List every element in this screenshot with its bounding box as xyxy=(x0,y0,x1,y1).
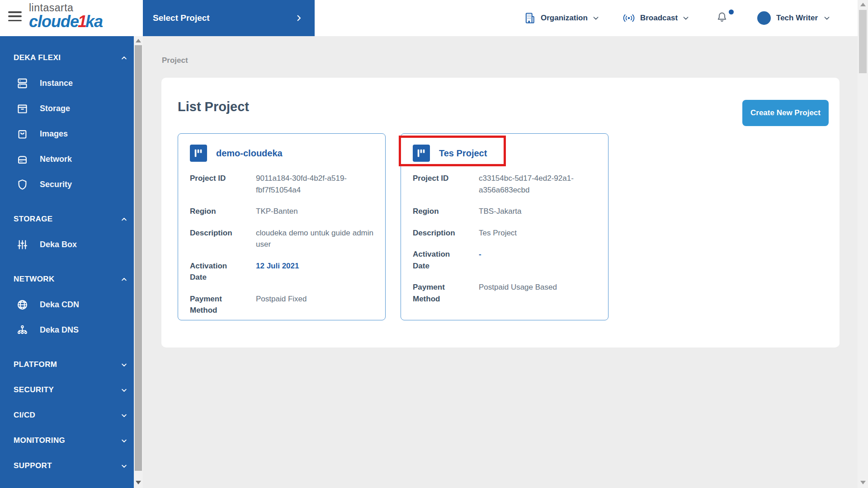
window-scrollbar-thumb[interactable] xyxy=(859,10,867,73)
chevron-down-icon xyxy=(823,14,830,22)
bell-icon xyxy=(716,10,728,24)
field-row: Description Tes Project xyxy=(413,227,596,239)
logo: lintasarta cloude1ka xyxy=(29,3,103,30)
sidebar-item-instance[interactable]: Instance xyxy=(14,70,127,96)
menu-icon[interactable] xyxy=(8,11,22,21)
sidebar-section-support[interactable]: SUPPORT xyxy=(14,453,127,479)
field-row: Region TBS-Jakarta xyxy=(413,206,596,217)
broadcast-menu[interactable]: Broadcast xyxy=(622,12,689,24)
archive-icon xyxy=(15,103,29,115)
sitemap-icon xyxy=(15,324,29,336)
sidebar-section-platform[interactable]: PLATFORM xyxy=(14,352,127,377)
sidebar-item-deka-box[interactable]: Deka Box xyxy=(14,232,127,257)
sidebar-section-deka-flexi[interactable]: DEKA FLEXI xyxy=(14,45,127,70)
chevron-right-icon xyxy=(295,14,303,22)
user-menu[interactable]: Tech Writer xyxy=(757,11,830,25)
avatar xyxy=(757,11,771,25)
field-row: Activation Date - xyxy=(413,249,596,272)
broadcast-icon xyxy=(622,12,636,24)
sidebar-item-deka-dns[interactable]: Deka DNS xyxy=(14,317,127,343)
sidebar-section-cicd[interactable]: CI/CD xyxy=(14,403,127,428)
user-name: Tech Writer xyxy=(776,14,818,23)
sidebar-scrollbar[interactable] xyxy=(134,36,143,488)
chevron-down-icon xyxy=(121,437,127,444)
organization-label: Organization xyxy=(541,14,588,23)
sidebar-section-monitoring[interactable]: MONITORING xyxy=(14,428,127,453)
sidebar-item-images[interactable]: Images xyxy=(14,121,127,146)
sliders-icon xyxy=(15,239,29,251)
sidebar-item-security[interactable]: Security xyxy=(14,172,127,197)
chevron-down-icon xyxy=(121,412,127,419)
notification-badge xyxy=(729,9,734,14)
project-name: demo-cloudeka xyxy=(216,148,283,159)
chevron-up-icon xyxy=(121,216,127,223)
sidebar-item-storage[interactable]: Storage xyxy=(14,96,127,121)
chevron-up-icon xyxy=(121,55,127,61)
chevron-down-icon xyxy=(121,361,127,368)
project-card-header: Tes Project xyxy=(413,145,596,162)
sidebar: DEKA FLEXI Instance Storag xyxy=(0,36,143,488)
field-row: Activation Date 12 Juli 2021 xyxy=(190,260,373,283)
project-card-demo-cloudeka[interactable]: demo-cloudeka Project ID 9011a184-30fd-4… xyxy=(178,133,386,320)
field-row: Project ID 9011a184-30fd-4b2f-a519-fbf7f… xyxy=(190,173,373,196)
breadcrumb: Project xyxy=(162,56,858,65)
sidebar-section-network[interactable]: NETWORK xyxy=(14,267,127,292)
broadcast-label: Broadcast xyxy=(640,14,678,23)
window-scrollbar[interactable] xyxy=(858,0,868,488)
chevron-up-icon xyxy=(121,276,127,283)
select-project-label: Select Project xyxy=(153,13,210,23)
chevron-down-icon xyxy=(121,463,127,469)
server-icon xyxy=(15,77,29,89)
field-row: Project ID c33154bc-5d17-4ed2-92a1-a356a… xyxy=(413,173,596,196)
project-cards: demo-cloudeka Project ID 9011a184-30fd-4… xyxy=(178,133,829,320)
globe-icon xyxy=(15,299,29,311)
field-row: Description cloudeka demo untuk guide ad… xyxy=(190,227,373,250)
project-card-header: demo-cloudeka xyxy=(190,145,373,162)
app-root: lintasarta cloude1ka Select Project Orga… xyxy=(0,0,868,488)
header-actions: Organization Broadcast xyxy=(524,0,830,36)
shield-icon xyxy=(15,178,29,191)
sidebar-scrollbar-thumb[interactable] xyxy=(135,45,142,471)
sidebar-section-security[interactable]: SECURITY xyxy=(14,377,127,403)
select-project-button[interactable]: Select Project xyxy=(143,0,315,36)
organization-icon xyxy=(524,11,536,25)
field-row: Payment Method Postpaid Fixed xyxy=(190,293,373,316)
project-icon xyxy=(413,145,430,162)
bag-icon xyxy=(15,128,29,140)
sidebar-section-billing[interactable]: BILLING xyxy=(14,479,127,488)
scroll-up-arrow-icon[interactable] xyxy=(134,37,143,44)
drive-icon xyxy=(15,153,29,165)
field-row: Region TKP-Banten xyxy=(190,206,373,217)
sidebar-nav: DEKA FLEXI Instance Storag xyxy=(0,36,134,488)
main-content: Project List Project Create New Project xyxy=(143,36,858,488)
sidebar-item-network[interactable]: Network xyxy=(14,146,127,172)
sidebar-item-deka-cdn[interactable]: Deka CDN xyxy=(14,292,127,317)
chevron-down-icon xyxy=(682,14,689,22)
list-project-panel: List Project Create New Project demo- xyxy=(161,78,840,347)
logo-lintasarta: lintasarta xyxy=(29,3,103,13)
project-card-tes-project[interactable]: Tes Project Project ID c33154bc-5d17-4ed… xyxy=(401,133,609,320)
organization-menu[interactable]: Organization xyxy=(524,11,599,25)
top-header: lintasarta cloude1ka Select Project Orga… xyxy=(0,0,858,36)
create-new-project-button[interactable]: Create New Project xyxy=(742,100,829,126)
chevron-down-icon xyxy=(592,14,599,22)
project-name: Tes Project xyxy=(439,148,487,159)
chevron-down-icon xyxy=(121,387,127,394)
sidebar-section-storage[interactable]: STORAGE xyxy=(14,206,127,232)
scroll-up-arrow-icon[interactable] xyxy=(858,1,868,8)
scroll-down-arrow-icon[interactable] xyxy=(134,479,143,486)
scroll-down-arrow-icon[interactable] xyxy=(858,479,868,486)
page-title: List Project xyxy=(178,99,829,114)
logo-cloudeka: cloude1ka xyxy=(29,14,103,30)
project-icon xyxy=(190,145,207,162)
field-row: Payment Method Postpaid Usage Based xyxy=(413,282,596,305)
notifications-button[interactable] xyxy=(716,10,728,26)
